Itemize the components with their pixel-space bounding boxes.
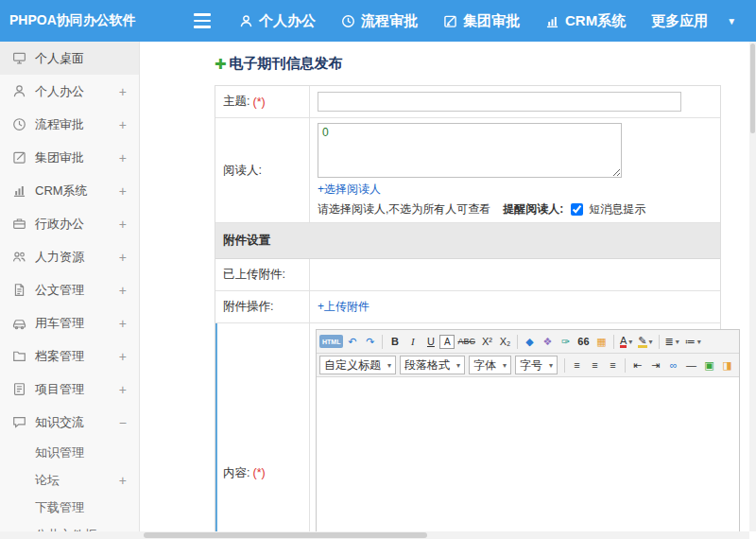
expander[interactable]: + [119, 150, 127, 165]
underline-button[interactable]: U [421, 333, 439, 351]
undo-button[interactable]: ↶ [343, 333, 361, 351]
nav-crm-system[interactable]: CRM系统 [545, 12, 626, 30]
readers-row: 阅读人: 0 +选择阅读人 请选择阅读人,不选为所有人可查看 提醒阅读人: 短消… [215, 118, 720, 223]
sidebar-item-crm-system[interactable]: CRM系统 + [0, 174, 139, 207]
blockquote-button[interactable]: 66 [575, 333, 593, 351]
image-icon[interactable]: ▣ [700, 356, 718, 374]
align-left-button[interactable]: ≡ [568, 356, 586, 374]
chevron-down-icon[interactable]: ▼ [727, 16, 736, 26]
sidebar-item-workflow-approval[interactable]: 流程审批 + [0, 108, 139, 141]
expander[interactable]: + [119, 283, 127, 298]
nav-group-approval[interactable]: 集团审批 [443, 12, 520, 30]
highlight-color-button[interactable]: ✎▾ [635, 333, 655, 351]
font-size-select[interactable]: 字号▾ [515, 356, 558, 374]
align-right-button[interactable]: ≡ [604, 356, 622, 374]
nav-workflow-approval[interactable]: 流程审批 [341, 12, 418, 30]
sidebar-item-hr[interactable]: 人力资源 + [0, 240, 139, 273]
vertical-scrollbar-thumb[interactable] [750, 43, 755, 133]
font-box-button[interactable]: A [439, 335, 455, 349]
sms-notify-checkbox[interactable] [571, 203, 583, 216]
sidebar-label: 个人桌面 [35, 50, 84, 67]
sidebar-item-document-management[interactable]: 公文管理 + [0, 273, 139, 306]
nav-personal-office[interactable]: 个人办公 [239, 12, 316, 30]
expander[interactable]: + [119, 250, 127, 265]
sidebar-item-knowledge-exchange[interactable]: 知识交流 − [0, 406, 139, 439]
hamburger-icon[interactable] [194, 13, 211, 28]
desktop-icon [12, 51, 26, 65]
redo-button[interactable]: ↷ [361, 333, 379, 351]
sidebar-item-public-file-cabinet[interactable]: 公共文件柜 [0, 521, 139, 531]
sidebar-label: 用车管理 [35, 315, 84, 332]
expander[interactable]: + [119, 183, 127, 199]
sidebar-label: 公文管理 [35, 282, 84, 299]
unordered-list-button[interactable]: ≣▾ [662, 333, 682, 351]
palette-icon[interactable]: ❖ [539, 333, 557, 351]
editor-toolbar-row2: 自定义标题▾ 段落格式▾ 字体▾ 字号▾ ≡ ≡ ≡ ⇤ ⇥ ∞ — ▣ [317, 354, 739, 377]
sidebar-label: 下载管理 [35, 499, 84, 516]
sidebar: 个人桌面 个人办公 + 流程审批 + 集团审批 + CRM系统 + 行政办公 +… [0, 42, 140, 531]
horizontal-scrollbar-thumb[interactable] [144, 532, 427, 538]
brush-icon[interactable]: ✑ [557, 333, 575, 351]
readers-textarea[interactable]: 0 [318, 123, 622, 178]
media-icon[interactable]: ◨ [718, 356, 736, 374]
project-icon [12, 382, 26, 396]
subject-input[interactable] [318, 92, 681, 112]
italic-button[interactable]: I [404, 333, 421, 351]
expander[interactable]: + [119, 382, 127, 397]
superscript-button[interactable]: X² [478, 333, 496, 351]
expander[interactable]: − [119, 415, 127, 430]
sidebar-item-group-approval[interactable]: 集团审批 + [0, 141, 139, 174]
sidebar-item-knowledge-management[interactable]: 知识管理 [0, 439, 139, 466]
nav-label: 集团审批 [463, 12, 520, 30]
chevron-down-icon: ▾ [456, 361, 460, 370]
sidebar-item-project-management[interactable]: 项目管理 + [0, 373, 139, 406]
link-icon[interactable]: ∞ [664, 356, 682, 374]
html-source-button[interactable]: HTML [319, 335, 343, 348]
ordered-list-button[interactable]: ≔▾ [682, 333, 704, 351]
expander[interactable]: + [119, 84, 127, 99]
nav-more-apps[interactable]: 更多应用 ▼ [651, 12, 736, 30]
sidebar-item-personal-desktop[interactable]: 个人桌面 [0, 42, 139, 75]
sidebar-label: 个人办公 [35, 83, 84, 100]
sidebar-label: 项目管理 [35, 381, 84, 398]
add-icon: ✚ [215, 56, 227, 73]
upload-attachment-link[interactable]: +上传附件 [318, 299, 369, 315]
paragraph-format-select[interactable]: 段落格式▾ [400, 356, 465, 374]
sidebar-label: CRM系统 [35, 183, 88, 200]
bold-button[interactable]: B [386, 333, 404, 351]
font-family-select[interactable]: 字体▾ [469, 356, 511, 374]
heading-select[interactable]: 自定义标题▾ [319, 356, 396, 374]
choose-readers-link[interactable]: +选择阅读人 [318, 182, 381, 198]
document-icon [12, 283, 26, 297]
horizontal-rule-button[interactable]: — [682, 356, 700, 374]
eraser-icon[interactable]: ◆ [521, 333, 539, 351]
indent-button[interactable]: ⇥ [646, 356, 664, 374]
strikethrough-button[interactable]: ABC [455, 333, 478, 351]
editor-canvas[interactable] [317, 377, 739, 531]
table-icon[interactable]: ▦ [593, 333, 610, 351]
user-icon [239, 14, 253, 28]
sidebar-label: 知识交流 [35, 414, 84, 431]
horizontal-scrollbar [0, 531, 749, 539]
sidebar-item-personal-office[interactable]: 个人办公 + [0, 75, 139, 108]
outdent-button[interactable]: ⇤ [628, 356, 646, 374]
expander[interactable]: + [119, 217, 127, 232]
sidebar-item-vehicle-management[interactable]: 用车管理 + [0, 306, 139, 339]
attachment-section-header: 附件设置 [215, 223, 720, 259]
sidebar-item-download-management[interactable]: 下载管理 [0, 494, 139, 521]
readers-hint: 请选择阅读人,不选为所有人可查看 提醒阅读人: 短消息提示 [318, 201, 645, 217]
subscript-button[interactable]: X₂ [496, 333, 514, 351]
sidebar-item-archive-management[interactable]: 档案管理 + [0, 339, 139, 373]
sidebar-item-admin-office[interactable]: 行政办公 + [0, 207, 139, 240]
sidebar-item-forum[interactable]: 论坛 + [0, 466, 139, 494]
expander[interactable]: + [119, 117, 127, 132]
chart-icon [12, 183, 26, 198]
expander[interactable]: + [119, 316, 127, 331]
align-center-button[interactable]: ≡ [586, 356, 604, 374]
expander[interactable]: + [119, 473, 127, 488]
toolbar-separator [382, 335, 383, 349]
font-color-button[interactable]: A▾ [617, 333, 635, 351]
uploaded-attachments-label: 已上传附件: [215, 259, 310, 290]
expander[interactable]: + [119, 349, 127, 364]
briefcase-icon [12, 217, 26, 231]
